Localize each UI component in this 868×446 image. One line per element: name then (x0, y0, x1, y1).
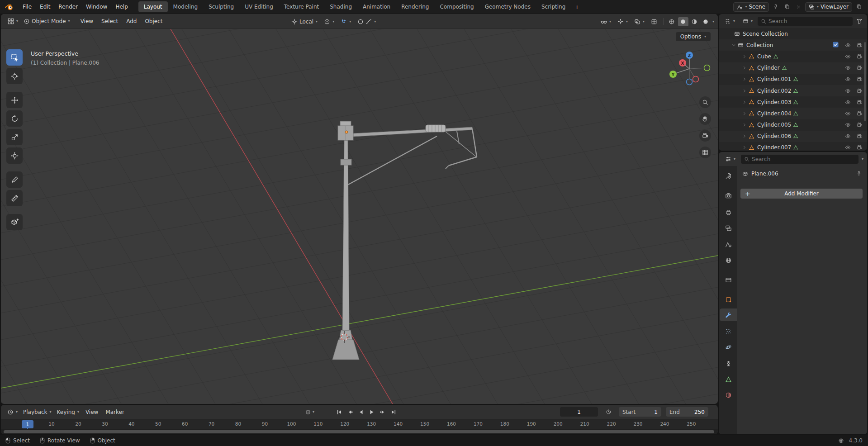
viewport-menu-view[interactable]: View (76, 16, 97, 26)
properties-tab-constraints[interactable] (720, 357, 737, 370)
hide-eye-icon[interactable] (845, 42, 851, 48)
collapse-arrow-icon[interactable] (731, 43, 736, 47)
properties-tab-object-data[interactable] (720, 373, 737, 385)
add-cube-tool-button[interactable] (6, 214, 23, 230)
snap-toggle[interactable]: ▾ (338, 17, 354, 27)
play-reverse-button[interactable] (356, 408, 365, 417)
jump-first-button[interactable] (334, 408, 344, 417)
menu-window[interactable]: Window (82, 2, 111, 12)
disable-camera-icon[interactable] (857, 133, 863, 139)
workspace-tab-uv-editing[interactable]: UV Editing (239, 1, 279, 12)
outliner-row-cylinder-005[interactable]: Cylinder.005 (719, 119, 867, 131)
jump-last-button[interactable] (389, 408, 398, 417)
outliner-row-cylinder-003[interactable]: Cylinder.003 (719, 96, 867, 108)
new-viewlayer-icon[interactable] (854, 2, 863, 11)
gizmo-axis-z-neg[interactable] (687, 79, 693, 85)
disable-camera-icon[interactable] (857, 76, 863, 82)
gizmo-axis-y-neg[interactable] (704, 65, 710, 71)
properties-tab-modifiers[interactable] (720, 308, 737, 321)
unlink-scene-icon[interactable] (794, 2, 803, 11)
viewport-menu-object[interactable]: Object (141, 16, 166, 26)
hide-eye-icon[interactable] (845, 122, 851, 128)
show-overlays-dropdown[interactable]: ▾ (631, 17, 647, 27)
filter-icon[interactable] (855, 17, 864, 26)
outliner-row-cylinder-007[interactable]: Cylinder.007 (719, 142, 867, 151)
disable-camera-icon[interactable] (857, 122, 863, 128)
menu-render[interactable]: Render (54, 2, 82, 12)
properties-tab-view-layer[interactable] (720, 222, 737, 234)
hide-eye-icon[interactable] (845, 133, 851, 139)
workspace-tab-modeling[interactable]: Modeling (168, 1, 204, 12)
workspace-tab-texture-paint[interactable]: Texture Paint (279, 1, 324, 12)
shading-wireframe-button[interactable] (667, 17, 677, 26)
play-button[interactable] (367, 408, 376, 417)
timeline-scrollbar[interactable] (1, 429, 718, 434)
playback-menu[interactable]: Playback ▾ (20, 407, 54, 417)
outliner-scrollbar[interactable] (864, 42, 866, 121)
gizmo-axis-x-neg[interactable] (693, 76, 699, 82)
workspace-tab-animation[interactable]: Animation (357, 1, 396, 12)
annotate-tool-button[interactable] (6, 171, 23, 188)
properties-tab-collection-props[interactable] (720, 273, 737, 286)
properties-tab-render[interactable] (720, 189, 737, 202)
camera-view-button[interactable] (699, 130, 711, 142)
xray-toggle[interactable] (648, 17, 660, 27)
disable-camera-icon[interactable] (857, 145, 863, 151)
scale-tool-button[interactable] (6, 129, 23, 145)
menu-edit[interactable]: Edit (36, 2, 54, 12)
timeline-editor-type-button[interactable]: ▾ (5, 407, 20, 417)
properties-tab-physics[interactable] (720, 341, 737, 353)
workspace-tab-sculpting[interactable]: Sculpting (203, 1, 239, 12)
outliner-row-cylinder[interactable]: Cylinder (719, 62, 867, 74)
shading-solid-button[interactable] (678, 17, 688, 26)
proportional-editing-toggle[interactable]: ▾ (355, 17, 379, 27)
expand-arrow-icon[interactable] (742, 145, 747, 150)
expand-arrow-icon[interactable] (742, 66, 747, 70)
properties-tab-object-props[interactable] (720, 293, 737, 306)
workspace-tab-shading[interactable]: Shading (324, 1, 357, 12)
scene-selector[interactable]: ▾ Scene (733, 2, 769, 12)
outliner-row-cylinder-002[interactable]: Cylinder.002 (719, 85, 867, 96)
pin-icon[interactable] (856, 171, 862, 176)
menu-file[interactable]: File (19, 2, 36, 12)
outliner-search[interactable] (758, 17, 853, 26)
ortho-grid-button[interactable] (699, 147, 711, 158)
viewlayer-selector[interactable]: ▾ ViewLayer (805, 2, 852, 12)
transform-orientation-select[interactable]: Local ▾ (289, 17, 320, 27)
disable-camera-icon[interactable] (857, 99, 863, 105)
rotate-tool-button[interactable] (6, 110, 23, 127)
hide-eye-icon[interactable] (845, 53, 851, 59)
frame-start-field[interactable]: Start 1 (619, 407, 661, 417)
disable-camera-icon[interactable] (857, 53, 863, 59)
outliner-row-collection[interactable]: Collection (719, 39, 867, 51)
measure-tool-button[interactable] (6, 190, 23, 206)
timeline-scroll-handle[interactable] (4, 430, 714, 433)
playback-sync-dropdown[interactable]: ▾ (305, 405, 314, 419)
outliner-display-mode-button[interactable]: ▾ (740, 16, 755, 26)
properties-editor-type-button[interactable]: ▾ (722, 154, 738, 164)
pin-icon[interactable] (771, 2, 780, 11)
properties-search-input[interactable] (752, 156, 855, 162)
expand-arrow-icon[interactable] (742, 134, 747, 138)
outliner-row-scene-collection[interactable]: Scene Collection (719, 28, 867, 39)
expand-arrow-icon[interactable] (742, 100, 747, 104)
navigation-gizmo[interactable]: Z X Y (666, 50, 713, 88)
outliner-row-cylinder-004[interactable]: Cylinder.004 (719, 108, 867, 119)
prev-keyframe-button[interactable] (345, 408, 355, 417)
collection-checkbox[interactable] (833, 42, 839, 49)
frame-end-field[interactable]: End 250 (666, 407, 708, 417)
properties-tab-particles[interactable] (720, 325, 737, 337)
hide-eye-icon[interactable] (845, 99, 851, 105)
disable-camera-icon[interactable] (857, 42, 863, 48)
add-modifier-button[interactable]: + Add Modifier (740, 189, 863, 199)
cursor-tool-button[interactable] (6, 68, 23, 84)
next-keyframe-button[interactable] (378, 408, 387, 417)
options-dropdown[interactable]: Options ▾ (676, 32, 711, 41)
viewport-menu-select[interactable]: Select (97, 16, 122, 26)
properties-tab-world[interactable] (720, 254, 737, 266)
workspace-tab-geometry-nodes[interactable]: Geometry Nodes (479, 1, 536, 12)
properties-tab-output[interactable] (720, 206, 737, 218)
show-visibility-dropdown[interactable]: ▾ (598, 17, 614, 27)
disable-camera-icon[interactable] (857, 65, 863, 71)
editor-type-button[interactable]: ▾ (5, 16, 21, 26)
